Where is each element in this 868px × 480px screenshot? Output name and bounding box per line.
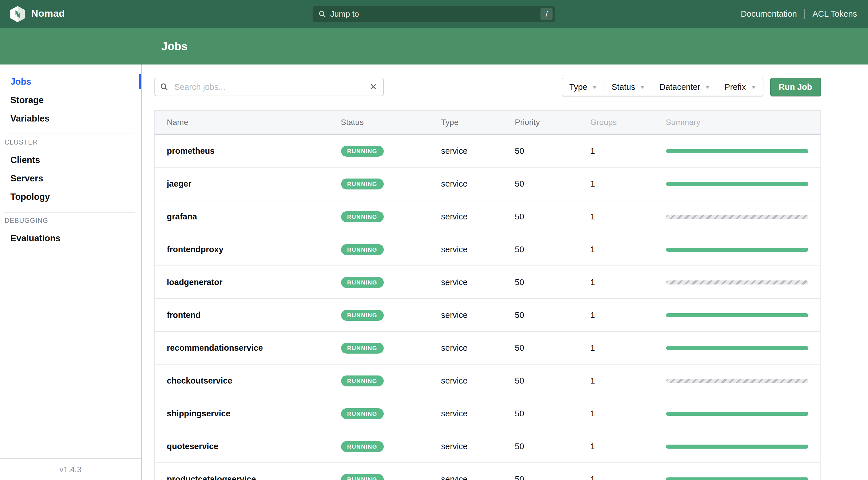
summary-bar <box>666 215 808 219</box>
job-type: service <box>441 146 468 156</box>
status-badge: RUNNING <box>341 211 384 222</box>
job-type: service <box>441 311 468 320</box>
summary-bar <box>666 313 808 317</box>
sidebar-item-label: Evaluations <box>10 233 61 244</box>
status-badge: RUNNING <box>341 146 384 157</box>
sidebar-item-variables[interactable]: Variables <box>0 109 141 128</box>
clear-search-icon[interactable]: ✕ <box>368 82 378 92</box>
job-priority: 50 <box>515 212 524 221</box>
nomad-brand[interactable]: Nomad <box>0 5 65 22</box>
sidebar-item-topology[interactable]: Topology <box>0 188 141 206</box>
job-name[interactable]: loadgenerator <box>167 278 222 287</box>
table-row[interactable]: frontendproxy RUNNING service 50 1 <box>155 233 820 266</box>
job-priority: 50 <box>515 179 524 188</box>
column-header-groups: Groups <box>590 118 666 127</box>
filter-datacenter[interactable]: Datacenter <box>652 78 718 96</box>
job-name[interactable]: quoteservice <box>167 442 218 451</box>
summary-bar <box>666 247 808 251</box>
run-job-button[interactable]: Run Job <box>770 78 821 96</box>
job-groups: 1 <box>590 212 595 221</box>
job-priority: 50 <box>515 311 524 320</box>
job-groups: 1 <box>590 245 595 254</box>
table-row[interactable]: jaeger RUNNING service 50 1 <box>155 168 820 200</box>
job-type: service <box>441 376 468 385</box>
job-type: service <box>441 212 468 221</box>
job-priority: 50 <box>515 343 524 352</box>
job-name[interactable]: prometheus <box>167 146 215 156</box>
search-input[interactable] <box>154 78 383 96</box>
job-name[interactable]: grafana <box>167 212 197 221</box>
topbar-links: Documentation ACL Tokens <box>741 9 868 19</box>
sidebar-item-label: Clients <box>10 155 40 165</box>
status-badge: RUNNING <box>341 277 384 288</box>
status-badge: RUNNING <box>341 408 384 419</box>
job-name[interactable]: productcatalogservice <box>167 475 256 480</box>
sidebar-item-evaluations[interactable]: Evaluations <box>0 229 141 248</box>
jump-to-input[interactable] <box>331 9 541 19</box>
status-badge: RUNNING <box>341 179 384 189</box>
column-header-priority[interactable]: Priority <box>515 118 590 127</box>
sidebar-item-label: Storage <box>10 95 43 105</box>
job-name[interactable]: frontendproxy <box>167 245 223 254</box>
sidebar-item-jobs[interactable]: Jobs <box>0 72 141 91</box>
chevron-down-icon <box>706 86 710 88</box>
summary-bar <box>666 444 808 448</box>
table-row[interactable]: quoteservice RUNNING service 50 1 <box>155 430 820 463</box>
summary-bar <box>666 412 808 416</box>
sidebar-section-debugging: DEBUGGING <box>0 217 141 224</box>
status-badge: RUNNING <box>341 310 384 321</box>
sidebar-item-clients[interactable]: Clients <box>0 151 141 169</box>
chevron-down-icon <box>751 86 756 88</box>
column-header-status[interactable]: Status <box>341 118 441 127</box>
summary-bar <box>666 182 808 186</box>
job-name[interactable]: frontend <box>167 311 201 320</box>
job-groups: 1 <box>590 442 595 451</box>
sidebar-item-label: Topology <box>10 192 50 202</box>
table-row[interactable]: checkoutservice RUNNING service 50 1 <box>155 364 820 397</box>
summary-bar <box>666 379 808 383</box>
topbar: Nomad / Documentation ACL Tokens <box>0 0 868 28</box>
status-badge: RUNNING <box>341 343 384 354</box>
column-header-type[interactable]: Type <box>441 118 515 127</box>
nomad-logo-icon <box>10 5 25 22</box>
main-content: ✕ Type Status Datacenter <box>142 64 868 480</box>
job-name[interactable]: checkoutservice <box>167 376 232 385</box>
job-type: service <box>441 278 468 287</box>
sidebar-section-cluster: CLUSTER <box>0 139 141 146</box>
documentation-link[interactable]: Documentation <box>741 9 797 19</box>
job-name[interactable]: recommendationservice <box>167 343 263 352</box>
sidebar-item-servers[interactable]: Servers <box>0 169 141 188</box>
search-icon <box>160 83 168 91</box>
table-row[interactable]: grafana RUNNING service 50 1 <box>155 200 820 233</box>
brand-name: Nomad <box>31 8 65 20</box>
filter-status[interactable]: Status <box>605 78 652 96</box>
filter-type[interactable]: Type <box>562 78 605 96</box>
table-row[interactable]: frontend RUNNING service 50 1 <box>155 299 820 332</box>
sidebar-item-storage[interactable]: Storage <box>0 91 141 109</box>
table-row[interactable]: loadgenerator RUNNING service 50 1 <box>155 266 820 299</box>
table-row[interactable]: productcatalogservice RUNNING service 50… <box>155 463 820 480</box>
topbar-separator <box>804 9 805 19</box>
job-type: service <box>441 179 468 188</box>
table-row[interactable]: prometheus RUNNING service 50 1 <box>155 135 820 168</box>
acl-tokens-link[interactable]: ACL Tokens <box>812 9 857 19</box>
column-header-summary: Summary <box>666 118 820 127</box>
controls-row: ✕ Type Status Datacenter <box>154 78 821 96</box>
slash-key-hint: / <box>541 8 553 20</box>
column-header-name[interactable]: Name <box>155 118 341 127</box>
summary-bar <box>666 149 808 153</box>
filter-prefix[interactable]: Prefix <box>718 78 763 96</box>
job-type: service <box>441 442 468 451</box>
summary-bar <box>666 477 808 480</box>
jump-to-search[interactable]: / <box>313 5 556 22</box>
job-priority: 50 <box>515 146 524 156</box>
job-type: service <box>441 475 468 480</box>
job-priority: 50 <box>515 475 524 480</box>
filter-label: Datacenter <box>659 82 700 92</box>
status-badge: RUNNING <box>341 441 384 452</box>
chevron-down-icon <box>593 86 597 88</box>
job-name[interactable]: shippingservice <box>167 409 230 418</box>
job-name[interactable]: jaeger <box>167 179 191 188</box>
table-row[interactable]: recommendationservice RUNNING service 50… <box>155 332 820 364</box>
table-row[interactable]: shippingservice RUNNING service 50 1 <box>155 397 820 430</box>
